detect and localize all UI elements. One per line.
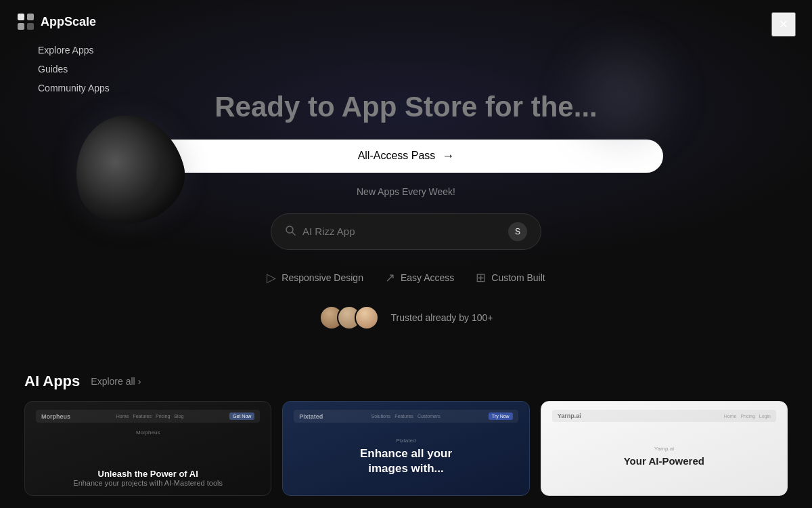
- svg-line-5: [292, 232, 295, 235]
- nav-links: Explore Apps Guides Community Apps: [38, 41, 110, 98]
- cards-row: Morpheus Home Features Pricing Blog Get …: [24, 401, 788, 496]
- feature-easy-access-label: Easy Access: [401, 272, 454, 283]
- nav-guides[interactable]: Guides: [38, 60, 110, 79]
- search-input[interactable]: [302, 226, 501, 237]
- explore-all-arrow-icon: ›: [138, 376, 141, 387]
- logo-icon: [16, 12, 35, 31]
- card-1-inner: Morpheus Home Features Pricing Blog Get …: [25, 402, 271, 495]
- access-pass-arrow: →: [442, 149, 454, 163]
- nav-community[interactable]: Community Apps: [38, 79, 110, 98]
- card-1-subtitle: Enhance your projects with AI-Mastered t…: [36, 479, 260, 487]
- card-1-nav-links: Home Features Pricing Blog: [116, 414, 184, 419]
- trust-row: Trusted already by 100+: [319, 305, 493, 330]
- card-2-badge: Pixtated: [397, 438, 416, 444]
- card-2-nav-links: Solutions Features Customers: [371, 414, 440, 419]
- card-2-title: Enhance all yourimages with...: [360, 446, 452, 476]
- explore-all-link[interactable]: Explore all ›: [91, 376, 141, 387]
- card-1-title: Unleash the Power of AI: [36, 469, 260, 479]
- custom-built-icon: ⊞: [476, 270, 486, 285]
- logo-text: AppScale: [41, 15, 96, 29]
- device-shape: [62, 103, 195, 236]
- device-image: [54, 102, 203, 237]
- close-button[interactable]: ×: [771, 12, 796, 37]
- card-1-badge: Morpheus: [36, 429, 260, 436]
- card-1-cta: Get Now: [229, 412, 254, 420]
- svg-rect-3: [27, 23, 34, 30]
- hero-section: Ready to App Store for the... All-Access…: [0, 0, 812, 379]
- card-1-nav: Morpheus Home Features Pricing Blog Get …: [36, 410, 260, 423]
- section-title: AI Apps: [24, 373, 80, 390]
- card-3-badge: Yarnp.ai: [654, 446, 674, 452]
- trust-text: Trusted already by 100+: [391, 312, 493, 323]
- section-header: AI Apps Explore all ›: [24, 373, 788, 390]
- easy-access-icon: ↗: [385, 270, 395, 285]
- search-submit-button[interactable]: S: [508, 222, 527, 241]
- hero-headline: Ready to App Store for the...: [215, 91, 597, 123]
- avatar-3: [355, 305, 379, 330]
- search-icon: [285, 225, 296, 238]
- responsive-icon: ▷: [267, 270, 276, 285]
- access-pass-label: All-Access Pass: [358, 150, 436, 162]
- nav-explore[interactable]: Explore Apps: [38, 41, 110, 60]
- card-3-nav: Yarnp.ai Home Pricing Login: [552, 410, 776, 422]
- app-card-morpheus[interactable]: Morpheus Home Features Pricing Blog Get …: [24, 401, 271, 496]
- svg-rect-0: [18, 14, 24, 20]
- card-3-logo: Yarnp.ai: [558, 412, 581, 419]
- card-2-logo: Pixtated: [299, 413, 323, 420]
- app-card-pixtated[interactable]: Pixtated Solutions Features Customers Tr…: [282, 401, 529, 496]
- ai-apps-section: AI Apps Explore all › Morpheus Home Feat…: [0, 359, 812, 508]
- avatar-stack: [319, 305, 372, 330]
- card-2-cta: Try Now: [489, 412, 513, 420]
- card-3-nav-links: Home Pricing Login: [724, 414, 771, 419]
- card-3-inner: Yarnp.ai Home Pricing Login Yarnp.ai You…: [541, 402, 787, 495]
- card-2-inner: Pixtated Solutions Features Customers Tr…: [283, 402, 528, 495]
- feature-custom-built-label: Custom Built: [491, 272, 545, 283]
- navigation: AppScale Explore Apps Guides Community A…: [0, 0, 812, 43]
- svg-rect-1: [27, 14, 34, 20]
- card-1-logo: Morpheus: [41, 413, 70, 420]
- feature-responsive-label: Responsive Design: [281, 272, 363, 283]
- feature-responsive: ▷ Responsive Design: [267, 270, 363, 285]
- card-3-title: Your AI-Powered: [624, 454, 704, 468]
- new-apps-text: New Apps Every Week!: [357, 186, 455, 197]
- feature-easy-access: ↗ Easy Access: [385, 270, 454, 285]
- feature-custom-built: ⊞ Custom Built: [476, 270, 545, 285]
- app-card-yarnp[interactable]: Yarnp.ai Home Pricing Login Yarnp.ai You…: [541, 401, 788, 496]
- search-bar: S: [271, 213, 541, 250]
- features-row: ▷ Responsive Design ↗ Easy Access ⊞ Cust…: [267, 270, 545, 285]
- app-logo[interactable]: AppScale: [16, 12, 96, 31]
- card-2-nav: Pixtated Solutions Features Customers Tr…: [294, 410, 518, 423]
- svg-rect-2: [18, 23, 24, 30]
